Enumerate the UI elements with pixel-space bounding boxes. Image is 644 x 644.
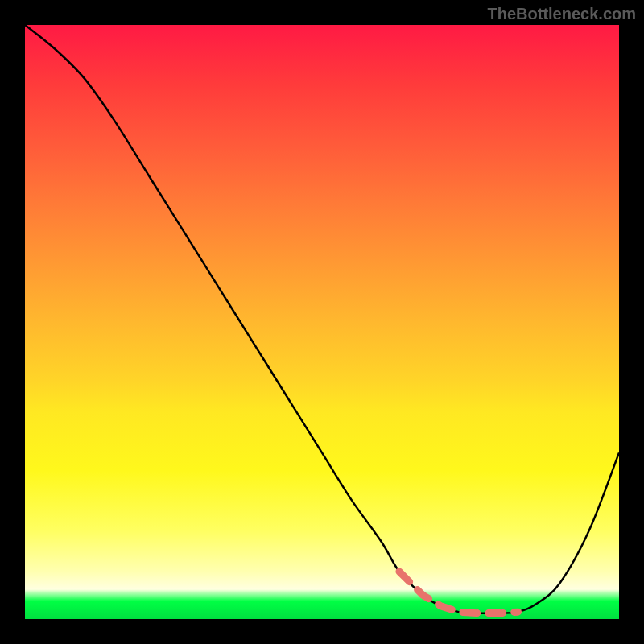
bottleneck-curve (25, 25, 619, 613)
chart-svg (25, 25, 619, 619)
optimal-range-marker (399, 572, 518, 613)
chart-plot-area (25, 25, 619, 619)
watermark-text: TheBottleneck.com (488, 5, 636, 23)
